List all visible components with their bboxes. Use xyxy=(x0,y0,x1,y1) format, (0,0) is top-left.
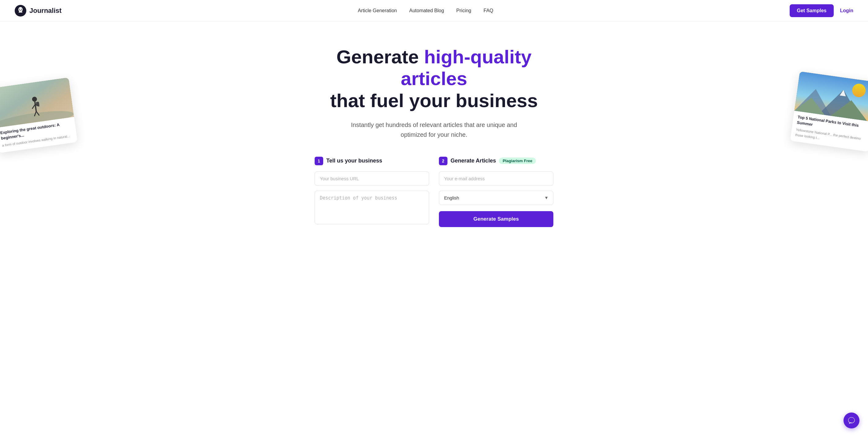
form-col-2: 2 Generate Articles Plagiarism Free Engl… xyxy=(439,157,553,227)
nav-pricing[interactable]: Pricing xyxy=(456,8,471,13)
form-col-2-label: 2 Generate Articles Plagiarism Free xyxy=(439,157,553,165)
nav-faq[interactable]: FAQ xyxy=(484,8,493,13)
business-url-input[interactable] xyxy=(315,171,429,186)
svg-point-1 xyxy=(18,7,23,12)
language-select[interactable]: English Spanish French German Portuguese… xyxy=(439,191,553,205)
svg-rect-13 xyxy=(36,102,39,106)
step-2-badge: 2 xyxy=(439,157,447,165)
step-1-badge: 1 xyxy=(315,157,323,165)
article-card-left: Exploring the great outdoors: A beginner… xyxy=(0,77,78,153)
form-section: 1 Tell us your business 2 Generate Artic… xyxy=(315,157,553,227)
form-col-1-label: 1 Tell us your business xyxy=(315,157,429,165)
email-input[interactable] xyxy=(439,171,553,186)
hero-title: Generate high-quality articles that fuel… xyxy=(312,46,556,112)
navbar-actions: Get Samples Login xyxy=(789,4,853,17)
nav-article-generation[interactable]: Article Generation xyxy=(358,8,397,13)
brand-logo-link[interactable]: Journalist xyxy=(15,5,62,17)
svg-point-3 xyxy=(19,8,20,9)
svg-rect-2 xyxy=(19,12,22,12)
hero-section: Exploring the great outdoors: A beginner… xyxy=(0,22,868,245)
navbar-login-button[interactable]: Login xyxy=(840,8,853,13)
form-col-1-title: Tell us your business xyxy=(326,158,382,164)
business-description-textarea[interactable] xyxy=(315,191,429,224)
hero-title-highlight: high-quality articles xyxy=(401,46,531,89)
nav-links: Article Generation Automated Blog Pricin… xyxy=(358,8,493,13)
form-col-1: 1 Tell us your business xyxy=(315,157,429,224)
brand-name: Journalist xyxy=(29,7,62,15)
hero-subtitle: Instantly get hundreds of relevant artic… xyxy=(339,120,529,139)
chat-bubble[interactable] xyxy=(843,412,860,429)
navbar: Journalist Article Generation Automated … xyxy=(0,0,868,22)
svg-point-4 xyxy=(21,8,22,9)
nav-automated-blog[interactable]: Automated Blog xyxy=(409,8,444,13)
hero-title-normal: Generate xyxy=(336,46,419,67)
article-card-right: Top 5 National Parks to Visit this Summe… xyxy=(790,71,868,152)
plagiarism-free-badge: Plagiarism Free xyxy=(499,158,536,164)
language-select-wrapper: English Spanish French German Portuguese… xyxy=(439,191,553,205)
generate-samples-button[interactable]: Generate Samples xyxy=(439,211,553,227)
chat-icon xyxy=(847,416,856,425)
hero-title-end: that fuel your business xyxy=(330,90,538,111)
navbar-get-samples-button[interactable]: Get Samples xyxy=(789,4,834,17)
journalist-logo-icon xyxy=(15,5,26,17)
form-col-2-title: Generate Articles xyxy=(451,158,496,164)
